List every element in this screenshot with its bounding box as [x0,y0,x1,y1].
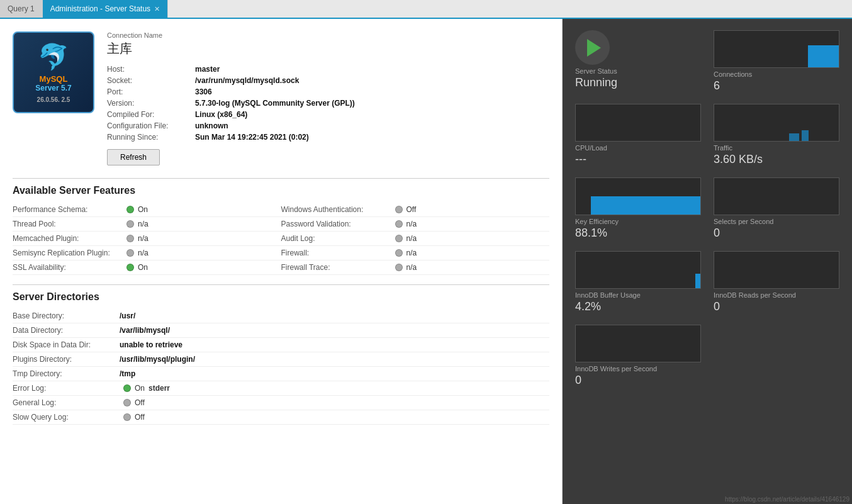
connections-label: Connections [714,70,839,78]
traffic-chart [714,104,839,142]
selects-label: Selects per Second [714,218,839,225]
feature-label: Memcached Plugin: [13,234,123,243]
dir-row: Plugins Directory: /usr/lib/mysql/plugin… [13,352,549,367]
dir-value: /usr/lib/mysql/plugin/ [120,352,549,367]
feature-item: SSL Availability: On [13,260,281,275]
directories-section: Server Directories Base Directory: /usr/… [13,291,549,425]
status-dot [395,264,403,271]
status-dot [395,235,403,242]
feature-item: Password Validation: n/a [281,217,550,232]
status-dot [395,249,403,257]
cpu-value: --- [575,153,701,166]
tab-admin-close[interactable]: ✕ [154,5,160,13]
tab-admin-label: Administration - Server Status [50,4,150,13]
play-button[interactable] [575,30,610,65]
features-grid: Performance Schema: On Thread Pool: n/a … [13,203,549,275]
key-efficiency-widget: Key Efficiency 88.1% [569,172,707,246]
innodb-writes-value: 0 [575,374,701,387]
dir-label: Base Directory: [13,309,120,323]
left-panel: 🐬 MySQL Server 5.7 26.0.56. 2.5 Connecti… [0,19,563,504]
feature-item: Audit Log: n/a [281,232,550,246]
dir-value: unable to retrieve [120,338,549,352]
feature-item: Performance Schema: On [13,203,281,217]
mysql-version: Server 5.7 [35,84,71,92]
directories-title: Server Directories [13,291,549,303]
connections-value: 6 [714,79,839,92]
host-label: Host: [107,64,195,75]
feature-label: Firewall: [281,249,391,257]
log-dot [123,413,131,421]
host-value: master [195,64,355,75]
dir-row: Disk Space in Data Dir: unable to retrie… [13,338,549,352]
feature-item: Semisync Replication Plugin: n/a [13,246,281,260]
tab-query1[interactable]: Query 1 [0,0,43,18]
connection-info: Connection Name 主库 Host:master Socket:/v… [107,31,549,165]
dir-value: /tmp [120,367,549,381]
selects-value: 0 [714,227,839,240]
status-dot [126,206,134,213]
innodb-buffer-label: InnoDB Buffer Usage [575,291,701,299]
server-status-value: Running [575,76,701,89]
right-panel: Server Status Running CPU/Load --- Conne… [563,19,852,504]
feature-label: Password Validation: [281,220,391,228]
dolphin-icon: 🐬 [38,42,69,72]
tab-bar: Query 1 Administration - Server Status ✕ [0,0,852,19]
log-on-text: Off [135,413,145,422]
running-label: Running Since: [107,132,195,143]
log-row: Error Log: On stderr [13,381,549,396]
status-text: Off [406,205,417,214]
dir-table: Base Directory: /usr/ Data Directory: /v… [13,309,549,381]
innodb-buffer-chart [575,251,701,289]
status-dot [126,249,134,257]
traffic-value: 3.60 KB/s [714,153,839,166]
dir-row: Base Directory: /usr/ [13,309,549,323]
status-text: n/a [406,220,417,228]
dir-row: Tmp Directory: /tmp [13,367,549,381]
feature-item: Thread Pool: n/a [13,217,281,232]
refresh-button[interactable]: Refresh [107,149,160,165]
innodb-buffer-value: 4.2% [575,300,701,313]
port-label: Port: [107,86,195,98]
main-layout: 🐬 MySQL Server 5.7 26.0.56. 2.5 Connecti… [0,19,852,504]
cpu-load-widget: CPU/Load --- [569,99,707,172]
divider-1 [13,178,549,179]
innodb-reads-widget: InnoDB Reads per Second 0 [707,246,846,320]
status-text: On [138,205,148,214]
innodb-reads-value: 0 [714,300,839,313]
status-text: n/a [406,234,417,243]
tab-query1-label: Query 1 [8,4,35,13]
server-status-label: Server Status [575,67,701,75]
innodb-reads-chart [714,251,839,289]
config-value: unknown [195,120,355,132]
log-extra: stderr [149,384,170,393]
server-status-widget: Server Status Running [569,25,707,99]
status-text: n/a [138,220,149,228]
status-dot [126,264,134,271]
play-icon [587,39,601,57]
status-dot [126,235,134,242]
selects-chart [714,177,839,215]
dir-value: /usr/ [120,309,549,323]
connection-section: 🐬 MySQL Server 5.7 26.0.56. 2.5 Connecti… [13,31,549,165]
dir-label: Tmp Directory: [13,367,120,381]
status-text: n/a [406,249,417,257]
compiled-value: Linux (x86_64) [195,109,355,120]
socket-value: /var/run/mysqld/mysqld.sock [195,75,355,86]
features-right: Windows Authentication: Off Password Val… [281,203,550,275]
tab-admin[interactable]: Administration - Server Status ✕ [43,0,168,18]
watermark: https://blog.csdn.net/article/details/41… [725,496,849,503]
feature-item: Firewall Trace: n/a [281,260,550,275]
key-chart [575,177,701,215]
status-dot [395,220,403,228]
compiled-label: Compiled For: [107,109,195,120]
mysql-brand: MySQL [40,74,68,84]
cpu-label: CPU/Load [575,144,701,152]
dir-label: Plugins Directory: [13,352,120,367]
feature-label: Windows Authentication: [281,205,391,214]
dir-row: Data Directory: /var/lib/mysql/ [13,323,549,338]
log-label: Slow Query Log: [13,413,120,422]
feature-item: Windows Authentication: Off [281,203,550,217]
innodb-writes-widget: InnoDB Writes per Second 0 [569,320,707,393]
innodb-buffer-widget: InnoDB Buffer Usage 4.2% [569,246,707,320]
feature-label: SSL Availability: [13,263,123,272]
